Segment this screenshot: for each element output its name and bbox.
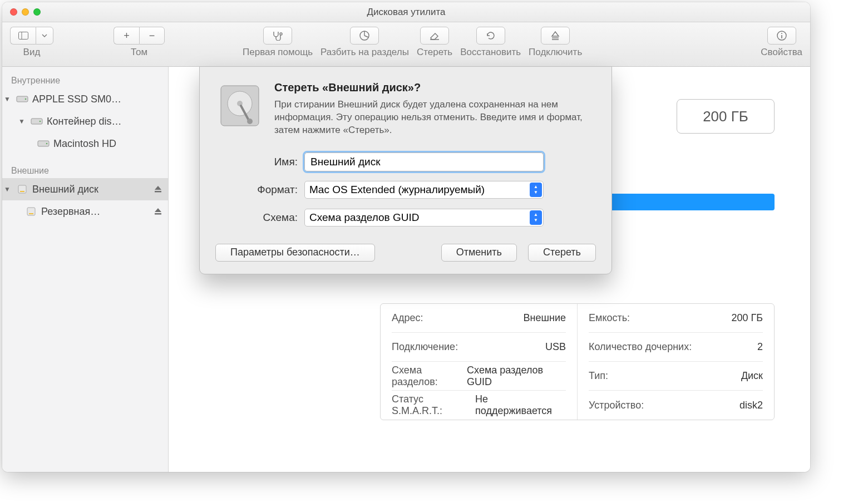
plus-icon: + xyxy=(124,30,130,42)
toolbar-firstaid-label: Первая помощь xyxy=(243,47,313,58)
toolbar-erase-label: Стереть xyxy=(417,47,452,58)
info-key: Адрес: xyxy=(392,312,423,324)
size-badge: 200 ГБ xyxy=(677,99,775,134)
info-key: Тип: xyxy=(589,370,608,382)
app-window: Дисковая утилита Вид + − Том xyxy=(2,2,810,472)
svg-point-2 xyxy=(280,33,282,35)
toolbar-partition-label: Разбить на разделы xyxy=(320,47,409,58)
view-dropdown-button[interactable] xyxy=(36,27,53,45)
info-row: Статус S.M.A.R.T.:Не поддерживается xyxy=(392,391,566,420)
stethoscope-icon xyxy=(272,31,284,41)
scheme-select[interactable]: Схема разделов GUID ▲▼ xyxy=(304,209,544,227)
hdd-icon xyxy=(30,115,43,128)
mount-icon xyxy=(550,31,560,41)
eject-icon[interactable] xyxy=(154,185,162,194)
volume-remove-button[interactable]: − xyxy=(139,27,165,45)
info-row: Количество дочерних:2 xyxy=(589,333,763,362)
erase-button[interactable] xyxy=(420,27,449,45)
security-options-button[interactable]: Параметры безопасности… xyxy=(215,244,375,262)
info-key: Количество дочерних: xyxy=(589,341,692,353)
sidebar-item-external-disk[interactable]: ▼ Внешний диск xyxy=(2,178,168,200)
toolbar-view-label: Вид xyxy=(23,47,41,58)
erase-icon xyxy=(429,31,440,41)
svg-point-15 xyxy=(46,143,48,145)
format-select[interactable]: Mac OS Extended (журналируемый) ▲▼ xyxy=(304,181,544,199)
titlebar: Дисковая утилита xyxy=(2,2,810,22)
svg-point-25 xyxy=(247,119,253,124)
info-button[interactable] xyxy=(767,27,796,45)
info-value: Внешние xyxy=(524,312,566,324)
hdd-icon xyxy=(16,92,29,106)
scheme-label: Схема: xyxy=(215,211,304,224)
sidebar-internal-header: Внутренние xyxy=(2,72,168,88)
scheme-select-value: Схема разделов GUID xyxy=(309,211,419,224)
partition-button[interactable] xyxy=(350,27,379,45)
sidebar-item-internal-disk[interactable]: ▼ APPLE SSD SM0… xyxy=(2,88,168,110)
select-stepper-icon: ▲▼ xyxy=(530,210,542,225)
info-key: Устройство: xyxy=(589,400,644,411)
svg-rect-20 xyxy=(29,213,33,214)
hdd-icon xyxy=(37,137,50,150)
sidebar-external-header: Внешние xyxy=(2,163,168,178)
cancel-button[interactable]: Отменить xyxy=(441,244,517,262)
erase-sheet: Стереть «Внешний диск»? При стирании Вне… xyxy=(199,66,612,274)
toolbar-volume-label: Том xyxy=(131,47,147,58)
info-key: Статус S.M.A.R.T.: xyxy=(392,393,475,417)
info-row: Емкость:200 ГБ xyxy=(589,304,763,333)
first-aid-button[interactable] xyxy=(263,27,292,45)
sidebar-item-label: Macintosh HD xyxy=(53,138,162,150)
sidebar-item-backup-volume[interactable]: Резервная… xyxy=(2,200,168,223)
hdd-large-icon xyxy=(215,81,264,130)
sidebar-item-label: Контейнер dis… xyxy=(47,116,162,127)
name-input[interactable] xyxy=(304,152,544,171)
info-value: USB xyxy=(545,341,566,353)
sidebar-item-label: Резервная… xyxy=(41,206,150,218)
info-value: disk2 xyxy=(739,400,763,411)
restore-button[interactable] xyxy=(476,27,505,45)
info-value: Диск xyxy=(741,370,763,382)
name-label: Имя: xyxy=(215,156,304,168)
volume-add-button[interactable]: + xyxy=(114,27,139,45)
eject-icon[interactable] xyxy=(154,207,162,216)
pie-icon xyxy=(359,30,370,41)
disclosure-triangle-icon[interactable]: ▼ xyxy=(17,117,27,125)
svg-point-8 xyxy=(781,33,782,34)
svg-point-11 xyxy=(25,99,27,100)
info-key: Емкость: xyxy=(589,312,630,324)
erase-confirm-button[interactable]: Стереть xyxy=(528,244,596,262)
info-icon xyxy=(776,30,787,41)
info-value: 2 xyxy=(757,341,763,353)
svg-rect-17 xyxy=(20,191,24,192)
sheet-title: Стереть «Внешний диск»? xyxy=(274,81,596,94)
chevron-down-icon xyxy=(42,34,47,37)
mount-button[interactable] xyxy=(541,27,570,45)
external-disk-icon xyxy=(24,205,38,218)
toolbar-info-label: Свойства xyxy=(761,47,802,58)
info-row: Подключение:USB xyxy=(392,333,566,362)
external-disk-icon xyxy=(16,183,29,196)
svg-point-13 xyxy=(40,121,41,122)
svg-rect-21 xyxy=(155,213,161,215)
toolbar: Вид + − Том Первая помощь Разбить на раз… xyxy=(2,22,810,67)
sidebar-item-label: Внешний диск xyxy=(32,184,150,195)
toolbar-mount-label: Подключить xyxy=(529,47,582,58)
info-value: Не поддерживается xyxy=(475,393,566,417)
disclosure-triangle-icon[interactable]: ▼ xyxy=(2,185,12,193)
format-label: Формат: xyxy=(215,184,304,196)
info-row: Устройство:disk2 xyxy=(589,391,763,420)
sidebar-item-container[interactable]: ▼ Контейнер dis… xyxy=(2,110,168,132)
format-select-value: Mac OS Extended (журналируемый) xyxy=(309,184,485,196)
sidebar: Внутренние ▼ APPLE SSD SM0… ▼ Контейнер … xyxy=(2,67,169,472)
select-stepper-icon: ▲▼ xyxy=(530,183,542,197)
info-key: Схема разделов: xyxy=(392,365,467,388)
info-row: Тип:Диск xyxy=(589,362,763,391)
view-sidebar-button[interactable] xyxy=(10,27,36,45)
window-title: Дисковая утилита xyxy=(2,7,810,18)
minus-icon: − xyxy=(149,30,155,42)
toolbar-restore-label: Восстановить xyxy=(460,47,521,58)
info-key: Подключение: xyxy=(392,341,458,353)
sidebar-item-macintosh-hd[interactable]: Macintosh HD xyxy=(2,132,168,155)
disclosure-triangle-icon[interactable]: ▼ xyxy=(2,95,12,103)
sidebar-item-label: APPLE SSD SM0… xyxy=(32,93,162,105)
svg-rect-0 xyxy=(18,32,28,40)
